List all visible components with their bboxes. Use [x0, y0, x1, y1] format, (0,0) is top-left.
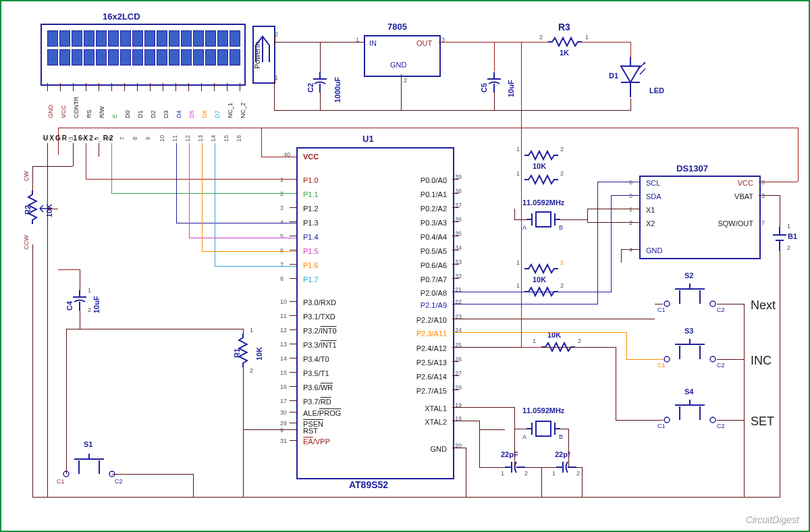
mcu-pin-num: 2 — [280, 190, 284, 197]
s1-c1: C1 — [57, 478, 65, 485]
mcu-pin-num: 31 — [280, 437, 287, 444]
mcu-pin-num: 17 — [280, 398, 287, 404]
mcu-pin-label: XTAL1 — [373, 404, 447, 413]
lcd-pin-label: D5 — [188, 110, 195, 118]
lcd-component — [40, 24, 246, 86]
rtc-pin-label: SCL — [646, 179, 660, 187]
led-d1 — [616, 57, 645, 100]
mcu-pin-label: P0.1/A1 — [373, 190, 447, 198]
rtc-pin-label: X2 — [646, 219, 655, 228]
rtc-pin-label: VBAT — [710, 192, 753, 201]
rtc-pin-num: 5 — [629, 192, 632, 199]
cap-xtal1 — [505, 460, 525, 474]
res-pullup-3 — [524, 263, 558, 274]
mcu-pin-label: P0.0/A0 — [373, 176, 447, 184]
lcd-pin-label: E — [111, 114, 118, 118]
c2-val: 1000uF — [333, 77, 342, 103]
mcu-pin-label: P1.3 — [303, 219, 319, 227]
label-next: Next — [751, 298, 776, 313]
res-pullup-2 — [524, 174, 558, 185]
mcu-pin-num: 7 — [280, 261, 284, 268]
r2-cw: CW — [23, 171, 30, 182]
mcu-pin-num: 11 — [280, 313, 287, 319]
mcu-pin-label: EA/VPP — [303, 437, 330, 446]
mcu-pin-label: P3.0/RXD — [303, 298, 336, 307]
mcu-pin-label: ALE/PROG — [303, 409, 341, 417]
lcd-pin-label: D1 — [137, 110, 144, 118]
c4-val: 10uF — [92, 296, 101, 313]
svg-point-2 — [664, 301, 670, 307]
lcd-pin-num: 8 — [132, 136, 138, 140]
reg-gnd: GND — [390, 61, 406, 69]
reg-title: 7805 — [387, 22, 407, 32]
r3-val: 1K — [560, 49, 569, 57]
mcu-pin-label: P3.3/INT1 — [303, 341, 337, 349]
cap-c2 — [313, 72, 327, 92]
mcu-pin-label: P1.5 — [303, 247, 319, 255]
res-r3 — [548, 36, 582, 47]
mcu-pin-num: 12 — [280, 327, 287, 334]
lcd-pin-label: D6 — [201, 110, 208, 118]
lcd-title: 16x2LCD — [103, 11, 140, 22]
lcd-pin-num: 9 — [144, 136, 151, 140]
mcu-pin-label: P1.0 — [303, 176, 319, 184]
mcu-pin-num: 4 — [280, 219, 284, 225]
lcd-pin-num: 16 — [236, 135, 242, 142]
mcu-pin-label: P2.0/A8 — [373, 289, 447, 297]
mcu-pin-num: 8 — [280, 275, 284, 282]
svg-point-7 — [710, 417, 716, 423]
switch-s4 — [663, 400, 717, 427]
mcu-pin-label: P2.6/A14 — [373, 373, 447, 381]
lcd-pin-label: R/W — [99, 107, 105, 119]
s4-name: S4 — [684, 388, 693, 396]
mcu-pin-label: P0.6/A6 — [373, 261, 447, 269]
lcd-pin-num: 14 — [210, 135, 217, 142]
lcd-pin-num: 10 — [159, 135, 165, 142]
crystal-rtc — [526, 209, 560, 230]
mcu-pin-label: P3.2/INT0 — [303, 327, 337, 335]
cap-c5 — [487, 72, 501, 92]
mcu-pin-label: RST — [303, 427, 318, 435]
mcu-pin-label: P3.6/WR — [303, 383, 333, 392]
lcd-pin-label: VCC — [60, 105, 67, 118]
svg-point-3 — [710, 301, 716, 307]
mcu-pin-label: P1.6 — [303, 261, 319, 269]
pu1-val: 10K — [533, 162, 546, 170]
lcd-pin-num: 15 — [223, 135, 230, 142]
cap-c4 — [73, 290, 86, 311]
mcu-pin-label: P3.4/T0 — [303, 355, 329, 363]
s2-name: S2 — [684, 271, 693, 280]
rtc-pin-num: 4 — [629, 246, 632, 253]
mcu-pin-num: 29 — [280, 420, 287, 427]
mcu-pin-label: XTAL2 — [373, 418, 447, 426]
mcu-pin-num: 16 — [280, 383, 287, 390]
d1-name: D1 — [609, 72, 618, 80]
lcd-pin-label: D0 — [124, 110, 131, 118]
mcu-pin-label: P2.1/A9 — [373, 301, 447, 309]
battery-b1 — [773, 227, 786, 251]
rtc-pin-label: SQW/OUT — [710, 219, 753, 228]
lcd-pin-num: 11 — [171, 135, 178, 142]
watermark: CircuitDigest — [746, 514, 799, 525]
rtc-pin-label: GND — [646, 246, 662, 255]
lcd-pin-label: RS — [86, 109, 92, 118]
lcd-cell — [47, 30, 58, 47]
mcu-u1: U1 — [362, 134, 374, 144]
xtal-mcu: 11.0592MHz — [522, 406, 564, 415]
mcu-pin-num: 14 — [280, 355, 287, 362]
s3-name: S3 — [684, 327, 693, 335]
mcu-pin-num: 15 — [280, 369, 287, 376]
lcd-pin-label: D7 — [214, 110, 221, 118]
rtc-pin-label: VCC — [710, 179, 753, 187]
power-in-icon — [254, 35, 271, 76]
rtc-pin-num: 7 — [761, 219, 765, 226]
mcu-pin-label: P1.2 — [303, 205, 319, 213]
mcu-pin-label: GND — [373, 445, 447, 453]
r3-name: R3 — [558, 22, 570, 32]
mcu-pin-label: P2.5/A13 — [373, 358, 447, 367]
mcu-pin-num: 9 — [280, 427, 284, 433]
lcd-pin-label: CONTR — [73, 97, 80, 118]
rtc-pin-num: 1 — [629, 206, 632, 213]
mcu-vcc: VCC — [303, 153, 319, 161]
xtal-c1: 22pF — [501, 450, 518, 458]
